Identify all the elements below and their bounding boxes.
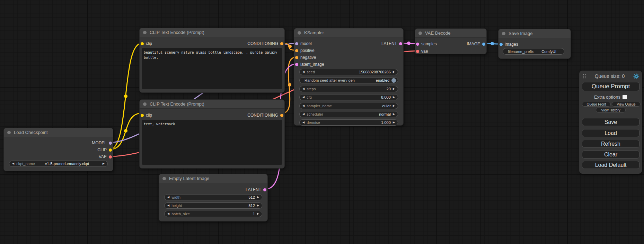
decrement-arrow-icon[interactable]: ◀ [167, 213, 169, 215]
latent-port-icon[interactable] [399, 42, 402, 45]
decrement-arrow-icon[interactable]: ◀ [167, 196, 169, 199]
random-seed-toggle-widget[interactable]: Random seed after every gen enabled [299, 77, 398, 83]
output-conditioning[interactable]: CONDITIONING [247, 112, 283, 118]
decrement-arrow-icon[interactable]: ◀ [302, 71, 305, 73]
input-positive[interactable]: positive [295, 47, 315, 54]
increment-arrow-icon[interactable]: ▶ [257, 204, 259, 207]
output-model[interactable]: MODEL [92, 140, 112, 146]
image-port-icon[interactable] [500, 43, 503, 46]
node-empty-latent-image[interactable]: Empty Latent Image LATENT ◀ width 512 ▶ … [159, 174, 268, 222]
decrement-arrow-icon[interactable]: ◀ [302, 121, 305, 124]
image-port-icon[interactable] [482, 43, 485, 46]
denoise-widget[interactable]: ◀ denoise 1.000 ▶ [299, 119, 398, 126]
collapse-dot-icon[interactable] [502, 32, 505, 35]
input-clip[interactable]: clip [141, 112, 152, 118]
save-button[interactable]: Save [582, 118, 639, 126]
widget-value[interactable]: normal [379, 112, 391, 116]
widget-value[interactable]: ComfyUI [541, 49, 556, 54]
input-latent-image[interactable]: latent_image [295, 61, 324, 67]
collapse-dot-icon[interactable] [418, 31, 422, 35]
latent-port-icon[interactable] [295, 63, 298, 66]
load-button[interactable]: Load [582, 129, 639, 137]
increment-arrow-icon[interactable]: ▶ [103, 162, 105, 165]
widget-value[interactable]: 8.000 [381, 95, 391, 99]
latent-port-icon[interactable] [263, 188, 266, 191]
height-widget[interactable]: ◀ height 512 ▶ [164, 202, 262, 209]
model-port-icon[interactable] [295, 42, 298, 45]
cfg-widget[interactable]: ◀ cfg 8.000 ▶ [299, 94, 398, 100]
collapse-dot-icon[interactable] [298, 31, 301, 35]
extra-options-checkbox[interactable] [623, 95, 627, 99]
vae-port-icon[interactable] [416, 50, 419, 53]
widget-value[interactable]: 512 [248, 204, 255, 208]
output-image[interactable]: IMAGE [467, 41, 485, 47]
output-latent[interactable]: LATENT [246, 187, 266, 193]
conditioning-port-icon[interactable] [295, 49, 298, 52]
view-queue-button[interactable]: View Queue [612, 102, 641, 107]
increment-arrow-icon[interactable]: ▶ [393, 88, 395, 90]
prompt-textarea[interactable]: beautiful scenery nature glass bottle la… [142, 48, 282, 89]
node-save-image[interactable]: Save Image images filename_prefix ComfyU… [498, 29, 571, 59]
node-title-bar[interactable]: Empty Latent Image [159, 174, 267, 183]
widget-value[interactable]: 512 [248, 195, 255, 199]
collapse-dot-icon[interactable] [143, 102, 147, 106]
sampler-name-widget[interactable]: ◀ sampler_name euler ▶ [299, 103, 398, 109]
output-conditioning[interactable]: CONDITIONING [247, 40, 283, 47]
vae-port-icon[interactable] [109, 155, 112, 159]
node-title-bar[interactable]: Save Image [499, 29, 571, 38]
decrement-arrow-icon[interactable]: ◀ [302, 113, 305, 116]
seed-widget[interactable]: ◀ seed 156680208700286 ▶ [299, 69, 398, 75]
collapse-dot-icon[interactable] [143, 31, 147, 34]
widget-value[interactable]: 1.000 [381, 120, 391, 125]
queue-front-button[interactable]: Queue Front [582, 102, 611, 107]
prompt-textarea[interactable]: text, watermark [142, 120, 282, 165]
batch-size-widget[interactable]: ◀ batch_size 1 ▶ [164, 211, 262, 217]
conditioning-port-icon[interactable] [295, 56, 298, 59]
widget-value[interactable]: 156680208700286 [359, 70, 391, 74]
node-title-bar[interactable]: VAE Decode [415, 29, 486, 38]
steps-widget[interactable]: ◀ steps 20 ▶ [299, 86, 398, 92]
output-vae[interactable]: VAE [99, 154, 112, 160]
node-title-bar[interactable]: CLIP Text Encode (Prompt) [140, 100, 284, 109]
node-title-bar[interactable]: CLIP Text Encode (Prompt) [140, 28, 284, 37]
node-title-bar[interactable]: Load Checkpoint [4, 128, 113, 137]
clear-button[interactable]: Clear [582, 151, 639, 159]
decrement-arrow-icon[interactable]: ◀ [302, 96, 305, 99]
view-history-button[interactable]: View History [596, 108, 626, 112]
queue-prompt-button[interactable]: Queue Prompt [582, 82, 639, 91]
node-clip-text-encode-positive[interactable]: CLIP Text Encode (Prompt) clip CONDITION… [139, 28, 285, 93]
widget-value[interactable]: 1 [253, 212, 255, 216]
refresh-button[interactable]: Refresh [582, 140, 639, 148]
latent-port-icon[interactable] [416, 43, 419, 46]
conditioning-port-icon[interactable] [280, 114, 283, 117]
input-model[interactable]: model [295, 40, 312, 47]
filename-prefix-widget[interactable]: filename_prefix ComfyUI [503, 48, 564, 55]
increment-arrow-icon[interactable]: ▶ [393, 121, 395, 124]
model-port-icon[interactable] [109, 142, 112, 145]
increment-arrow-icon[interactable]: ▶ [393, 105, 395, 107]
input-samples[interactable]: samples [416, 41, 437, 47]
conditioning-port-icon[interactable] [280, 42, 283, 45]
scheduler-widget[interactable]: ◀ scheduler normal ▶ [299, 111, 398, 117]
increment-arrow-icon[interactable]: ▶ [393, 71, 395, 73]
widget-value[interactable]: euler [382, 104, 390, 108]
node-clip-text-encode-negative[interactable]: CLIP Text Encode (Prompt) clip CONDITION… [139, 99, 285, 169]
increment-arrow-icon[interactable]: ▶ [393, 96, 395, 99]
input-images[interactable]: images [500, 41, 518, 47]
clip-port-icon[interactable] [109, 148, 112, 152]
increment-arrow-icon[interactable]: ▶ [257, 213, 259, 215]
decrement-arrow-icon[interactable]: ◀ [302, 88, 305, 90]
clip-port-icon[interactable] [141, 42, 144, 45]
collapse-dot-icon[interactable] [162, 177, 166, 180]
collapse-dot-icon[interactable] [7, 131, 11, 134]
input-vae[interactable]: vae [416, 48, 428, 54]
output-clip[interactable]: CLIP [97, 147, 112, 153]
input-clip[interactable]: clip [141, 40, 152, 47]
decrement-arrow-icon[interactable]: ◀ [12, 162, 14, 165]
drag-handle-icon[interactable] [583, 74, 586, 79]
clip-port-icon[interactable] [141, 114, 144, 117]
increment-arrow-icon[interactable]: ▶ [393, 113, 395, 116]
decrement-arrow-icon[interactable]: ◀ [302, 105, 305, 107]
toggle-icon[interactable] [391, 78, 396, 83]
widget-value[interactable]: v1-5-pruned-emaonly.ckpt [41, 162, 94, 166]
